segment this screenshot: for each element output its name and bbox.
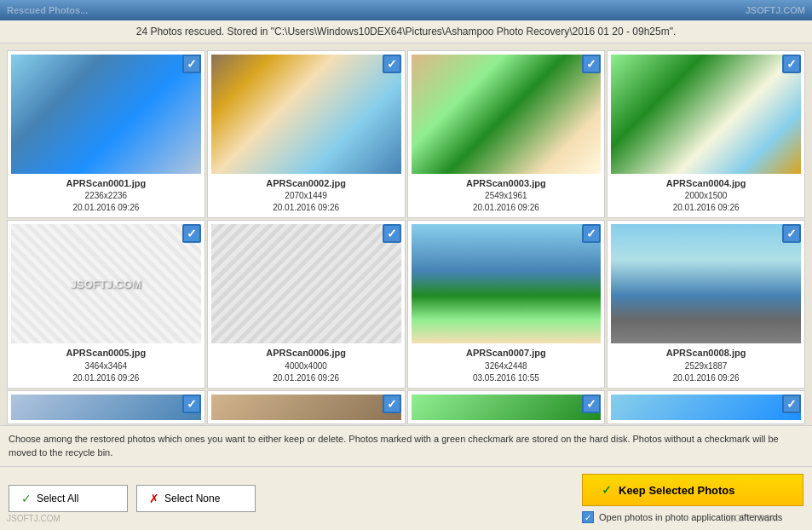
photo-check-3[interactable]: ✓ [582,55,601,73]
photo-thumb-10 [211,395,401,420]
photo-info-5: APRScan0005.jpg 3464x3464 20.01.2016 09:… [66,347,147,383]
titlebar: Rescued Photos... JSOFTJ.COM [0,0,812,20]
titlebar-watermark: JSOFTJ.COM [7,5,805,15]
titlebar-title: Rescued Photos... [7,5,88,15]
date-4: 20.01.2016 09:26 [666,202,746,214]
photo-thumb-3 [412,55,602,174]
dimensions-3: 2549x1961 [466,190,546,202]
photo-thumb-9 [11,395,201,420]
photo-thumb-2 [211,55,401,174]
select-all-button[interactable]: ✓ Select All [9,485,128,512]
instruction-bar: Choose among the restored photos which o… [0,425,812,466]
photo-item-8[interactable]: ✓ APRScan0008.jpg 2529x1887 20.01.2016 0… [607,220,805,388]
photo-item-11[interactable]: ✓ [407,390,606,424]
select-none-button[interactable]: ✗ Select None [136,485,256,512]
photo-item-9[interactable]: ✓ [7,390,205,424]
dimensions-8: 2529x1887 [666,360,746,372]
photo-check-12[interactable]: ✓ [782,395,801,413]
filename-4: APRScan0004.jpg [666,177,746,190]
photo-grid-container: ✓ APRScan0001.jpg 2236x2236 20.01.2016 0… [0,43,812,425]
photo-item-4[interactable]: ✓ APRScan0004.jpg 2000x1500 20.01.2016 0… [607,50,805,218]
date-7: 03.05.2016 10:55 [466,372,546,384]
photo-info-1: APRScan0001.jpg 2236x2236 20.01.2016 09:… [66,177,147,214]
dimensions-7: 3264x2448 [466,360,546,372]
select-all-label: Select All [37,493,78,504]
status-message: 24 Photos rescued. Stored in "C:\Users\W… [136,26,677,37]
photo-thumb-7 [412,224,602,343]
open-photos-row: ✓ Open photos in photo application after… [582,511,782,523]
date-8: 20.01.2016 09:26 [666,372,746,384]
filename-2: APRScan0002.jpg [266,177,346,190]
filename-6: APRScan0006.jpg [266,347,346,360]
dimensions-1: 2236x2236 [66,190,147,202]
filename-7: APRScan0007.jpg [466,347,546,360]
photo-thumb-8 [611,224,801,343]
bottom-left-buttons: ✓ Select All ✗ Select None [9,485,256,512]
photo-item-10[interactable]: ✓ [207,390,406,424]
photo-item-2[interactable]: ✓ APRScan0002.jpg 2070x1449 20.01.2016 0… [207,50,406,218]
select-all-icon: ✓ [20,492,33,505]
photo-check-5[interactable]: ✓ [182,224,201,243]
photo-thumb-6 [211,224,401,343]
keep-selected-button[interactable]: ✓ Keep Selected Photos [582,474,803,506]
open-photos-label: Open photos in photo application afterwa… [599,512,782,522]
photo-thumb-5: JSOFTJ.COM [11,224,201,343]
photo-check-11[interactable]: ✓ [582,395,601,413]
photo-thumb-1 [11,55,201,174]
photo-check-2[interactable]: ✓ [383,55,401,73]
keep-selected-label: Keep Selected Photos [619,484,735,497]
date-5: 20.01.2016 09:26 [66,372,147,384]
photo-check-9[interactable]: ✓ [182,395,201,413]
bottom-bar: ✓ Select All ✗ Select None ✓ Keep Select… [0,466,812,530]
date-3: 20.01.2016 09:26 [466,202,546,214]
photo-info-8: APRScan0008.jpg 2529x1887 20.01.2016 09:… [666,347,746,383]
photo-info-4: APRScan0004.jpg 2000x1500 20.01.2016 09:… [666,177,746,214]
photo-check-7[interactable]: ✓ [582,224,601,243]
photo-check-1[interactable]: ✓ [182,55,201,73]
select-none-icon: ✗ [147,492,161,505]
filename-1: APRScan0001.jpg [66,177,147,190]
photo-check-6[interactable]: ✓ [383,224,401,243]
date-1: 20.01.2016 09:26 [66,202,147,214]
photo-info-2: APRScan0002.jpg 2070x1449 20.01.2016 09:… [266,177,346,214]
bottom-right-actions: ✓ Keep Selected Photos ✓ Open photos in … [582,474,803,523]
photo-info-6: APRScan0006.jpg 4000x4000 20.01.2016 09:… [266,347,346,383]
dimensions-4: 2000x1500 [666,190,746,202]
photo-check-8[interactable]: ✓ [782,224,801,243]
photo-item-1[interactable]: ✓ APRScan0001.jpg 2236x2236 20.01.2016 0… [7,50,205,218]
date-2: 20.01.2016 09:26 [266,202,346,214]
photo-info-3: APRScan0003.jpg 2549x1961 20.01.2016 09:… [466,177,546,214]
photo-thumb-12 [611,395,801,420]
date-6: 20.01.2016 09:26 [266,372,346,384]
dimensions-5: 3464x3464 [66,360,147,372]
photo-item-7[interactable]: ✓ APRScan0007.jpg 3264x2448 03.05.2016 1… [407,220,606,388]
filename-3: APRScan0003.jpg [466,177,546,190]
keep-check-icon: ✓ [600,483,613,497]
photo-thumb-4 [611,55,801,174]
dimensions-2: 2070x1449 [266,190,346,202]
grid-watermark: JSOFTJ.COM [71,278,141,291]
photo-check-10[interactable]: ✓ [383,395,401,413]
photo-thumb-11 [412,395,602,420]
photo-info-7: APRScan0007.jpg 3264x2448 03.05.2016 10:… [466,347,546,383]
photo-grid[interactable]: ✓ APRScan0001.jpg 2236x2236 20.01.2016 0… [0,43,812,425]
select-none-label: Select None [164,493,220,504]
photo-item-3[interactable]: ✓ APRScan0003.jpg 2549x1961 20.01.2016 0… [407,50,606,218]
photo-check-4[interactable]: ✓ [782,55,801,73]
status-bar: 24 Photos rescued. Stored in "C:\Users\W… [0,20,812,43]
photo-item-12[interactable]: ✓ [607,390,805,424]
photo-item-5[interactable]: JSOFTJ.COM ✓ APRScan0005.jpg 3464x3464 2… [7,220,205,388]
filename-5: APRScan0005.jpg [66,347,147,360]
filename-8: APRScan0008.jpg [666,347,746,360]
main-window: Rescued Photos... JSOFTJ.COM 24 Photos r… [0,0,812,530]
instruction-text: Choose among the restored photos which o… [9,434,779,457]
dimensions-6: 4000x4000 [266,360,346,372]
photo-item-6[interactable]: ✓ APRScan0006.jpg 4000x4000 20.01.2016 0… [207,220,406,388]
content-area: ✓ APRScan0001.jpg 2236x2236 20.01.2016 0… [0,43,812,530]
open-photos-checkbox[interactable]: ✓ [582,511,594,523]
